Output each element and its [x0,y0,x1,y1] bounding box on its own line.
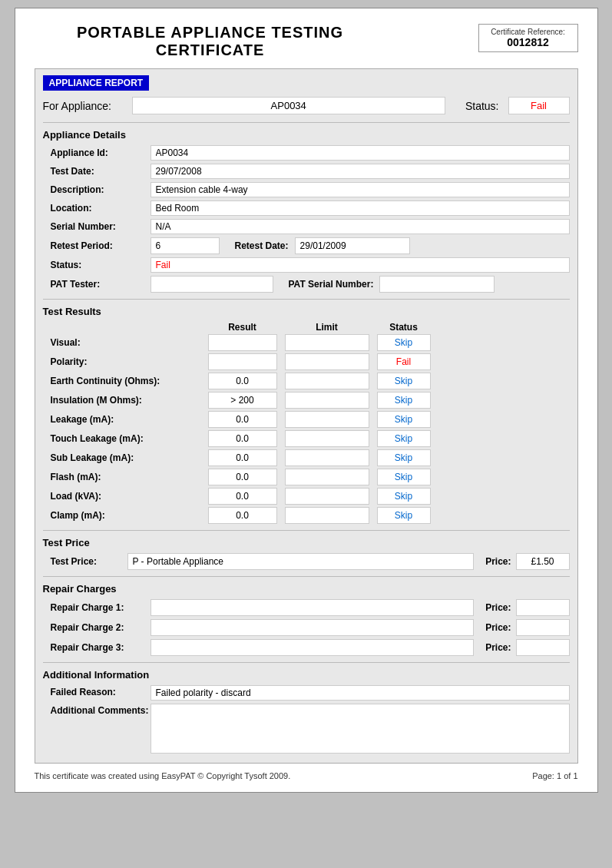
visual-limit[interactable] [285,334,369,351]
clamp-result[interactable] [208,507,277,524]
appliance-id-input[interactable] [132,97,445,114]
sub-leakage-result[interactable] [208,449,277,466]
cert-ref-label: Certificate Reference: [485,28,571,36]
test-polarity-label: Polarity: [51,356,204,367]
leakage-result[interactable] [208,411,277,428]
test-row-flash: Flash (mA): [43,469,570,485]
visual-result[interactable] [208,334,277,351]
clamp-limit[interactable] [285,507,369,524]
leakage-status[interactable] [377,411,431,428]
additional-comments-label: Additional Comments: [51,704,151,716]
test-touch-leakage-label: Touch Leakage (mA): [51,433,204,444]
detail-row-status: Status: [43,257,570,273]
description-label: Description: [51,184,151,195]
serial-label: Serial Number: [51,221,151,232]
load-status[interactable] [377,488,431,505]
retest-date-label: Retest Date: [235,240,289,251]
additional-comments-row: Additional Comments: [43,704,570,754]
flash-result[interactable] [208,469,277,485]
pat-tester-label: PAT Tester: [51,279,151,290]
test-leakage-label: Leakage (mA): [51,414,204,425]
test-price-label: Test Price: [51,556,127,567]
insulation-status[interactable] [377,392,431,409]
earth-result[interactable] [208,373,277,389]
detail-row-serial: Serial Number: [43,219,570,234]
footer-left: This certificate was created using EasyP… [35,771,291,780]
touch-leakage-limit[interactable] [285,430,369,447]
polarity-result[interactable] [208,353,277,370]
status-value-input[interactable] [508,97,570,114]
additional-comments-textarea[interactable] [151,704,570,754]
page-footer: This certificate was created using EasyP… [35,771,578,780]
flash-status[interactable] [377,469,431,485]
failed-reason-row: Failed Reason: [43,685,570,701]
retest-date-field[interactable] [295,237,410,254]
repair-3-label: Repair Charge 3: [51,642,151,653]
test-row-clamp: Clamp (mA): [43,507,570,524]
price-amount-field[interactable] [516,553,570,570]
col-limit-header: Limit [281,322,373,333]
test-row-leakage: Leakage (mA): [43,411,570,428]
detail-status-field[interactable] [151,257,570,273]
page: PORTABLE APPLIANCE TESTING CERTIFICATE C… [15,8,598,793]
sub-leakage-status[interactable] [377,449,431,466]
repair-1-price[interactable] [516,599,570,616]
test-price-desc[interactable] [127,553,475,570]
repair-3-desc[interactable] [151,639,475,656]
repair-2-desc[interactable] [151,619,475,636]
appliance-id-label: Appliance Id: [51,147,151,158]
footer-right: Page: 1 of 1 [532,771,577,780]
test-row-polarity: Polarity: [43,353,570,370]
cert-ref-box: Certificate Reference: 0012812 [478,24,578,52]
load-limit[interactable] [285,488,369,505]
retest-period-field[interactable] [151,237,220,254]
additional-info-section: Additional Information Failed Reason: Ad… [43,669,570,754]
sub-leakage-limit[interactable] [285,449,369,466]
repair-row-3: Repair Charge 3: Price: [43,639,570,656]
polarity-status[interactable] [377,353,431,370]
repair-2-price[interactable] [516,619,570,636]
clamp-status[interactable] [377,507,431,524]
pat-tester-field[interactable] [151,276,273,293]
pat-serial-field[interactable] [379,276,495,293]
test-results-header: Result Limit Status [43,322,570,333]
col-status-header: Status [373,322,435,333]
test-row-sub-leakage: Sub Leakage (mA): [43,449,570,466]
main-content: APPLIANCE REPORT For Appliance: Status: … [35,68,578,764]
serial-field[interactable] [151,219,570,234]
load-result[interactable] [208,488,277,505]
retest-row: Retest Period: Retest Date: [43,237,570,254]
touch-leakage-result[interactable] [208,430,277,447]
test-date-field[interactable] [151,164,570,179]
insulation-limit[interactable] [285,392,369,409]
repair-3-price[interactable] [516,639,570,656]
test-price-section: Test Price Test Price: Price: [43,537,570,570]
repair-1-desc[interactable] [151,599,475,616]
failed-reason-field[interactable] [151,685,570,701]
flash-limit[interactable] [285,469,369,485]
pat-row: PAT Tester: PAT Serial Number: [43,276,570,293]
col-result-header: Result [204,322,281,333]
appliance-details-title: Appliance Details [43,129,570,141]
test-sub-leakage-label: Sub Leakage (mA): [51,452,204,463]
visual-status[interactable] [377,334,431,351]
insulation-result[interactable] [208,392,277,409]
price-amount-label: Price: [485,556,511,567]
test-row-touch-leakage: Touch Leakage (mA): [43,430,570,447]
repair-row-1: Repair Charge 1: Price: [43,599,570,616]
test-row-earth: Earth Continuity (Ohms): [43,373,570,389]
appliance-id-field[interactable] [151,145,570,161]
test-row-visual: Visual: [43,334,570,351]
location-field[interactable] [151,200,570,216]
polarity-limit[interactable] [285,353,369,370]
earth-status[interactable] [377,373,431,389]
description-field[interactable] [151,182,570,197]
earth-limit[interactable] [285,373,369,389]
touch-leakage-status[interactable] [377,430,431,447]
leakage-limit[interactable] [285,411,369,428]
repair-2-price-label: Price: [485,622,511,633]
test-clamp-label: Clamp (mA): [51,510,204,521]
repair-charges-title: Repair Charges [43,583,570,595]
repair-row-2: Repair Charge 2: Price: [43,619,570,636]
test-results-section: Test Results Result Limit Status Visual:… [43,306,570,524]
